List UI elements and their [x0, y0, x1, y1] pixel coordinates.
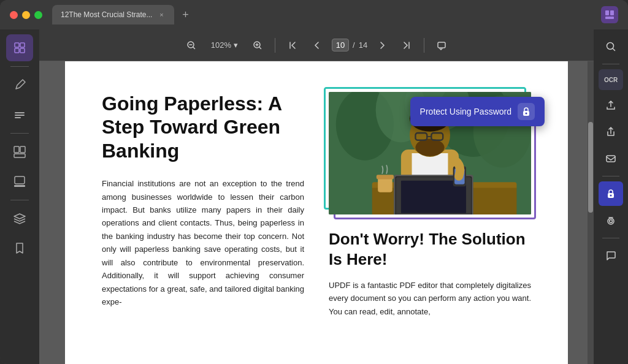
zoom-value: 102% — [211, 40, 231, 50]
ocr-label: OCR — [604, 77, 618, 83]
sidebar-item-pages[interactable] — [6, 34, 33, 61]
svg-rect-12 — [14, 154, 25, 157]
svg-rect-44 — [607, 156, 615, 162]
tab-bar: 12The Most Crucial Strate... × + — [52, 5, 618, 25]
next-page-button[interactable] — [372, 36, 392, 55]
protect-tooltip[interactable]: Protect Using Password — [410, 97, 545, 126]
sidebar-right: OCR — [594, 29, 628, 364]
share-button[interactable] — [599, 119, 623, 144]
zoom-out-button[interactable] — [182, 36, 201, 55]
pdf-body-left: Financial institutions are not an except… — [102, 177, 304, 308]
first-page-button[interactable] — [283, 36, 302, 55]
app-icon — [601, 6, 618, 23]
zoom-display[interactable]: 102% ▾ — [206, 38, 243, 52]
pdf-right-column: Don't Worry! The Solution Is Here! UPDF … — [329, 92, 531, 333]
svg-rect-11 — [20, 146, 25, 153]
sidebar-item-stamp[interactable] — [6, 168, 33, 195]
protect-button[interactable] — [599, 181, 623, 206]
page-separator: / — [353, 40, 355, 50]
svg-rect-6 — [20, 48, 25, 53]
close-button[interactable] — [10, 11, 18, 19]
svg-rect-40 — [377, 175, 394, 179]
sidebar-item-annotate[interactable] — [6, 72, 33, 99]
svg-rect-1 — [610, 10, 614, 15]
svg-rect-4 — [20, 43, 25, 47]
comment-view-button[interactable] — [432, 36, 451, 55]
content-area: 102% ▾ — [39, 29, 594, 364]
scrollbar-track — [588, 61, 594, 364]
protect-tooltip-icon — [518, 103, 535, 120]
sidebar-item-edit[interactable] — [6, 101, 33, 128]
svg-point-47 — [608, 218, 614, 224]
search-button[interactable] — [599, 34, 623, 59]
scrollbar-thumb[interactable] — [588, 122, 593, 213]
protect-tooltip-label: Protect Using Password — [420, 107, 511, 116]
zoom-in-button[interactable] — [248, 36, 267, 55]
sidebar-divider-2 — [10, 133, 29, 134]
tab-close-button[interactable]: × — [157, 10, 166, 19]
sidebar-divider-1 — [10, 66, 29, 67]
snapshot-button[interactable] — [599, 208, 623, 233]
page-input[interactable] — [332, 39, 349, 51]
last-page-button[interactable] — [397, 36, 416, 55]
toolbar-sep-1 — [275, 38, 275, 53]
minimize-button[interactable] — [22, 11, 30, 19]
active-tab[interactable]: 12The Most Crucial Strate... × — [52, 5, 174, 25]
maximize-button[interactable] — [34, 11, 42, 19]
svg-rect-8 — [15, 115, 25, 116]
svg-rect-0 — [605, 10, 609, 15]
total-pages: 14 — [359, 40, 367, 50]
svg-rect-13 — [15, 176, 25, 184]
svg-rect-9 — [15, 117, 21, 118]
svg-rect-14 — [14, 185, 25, 187]
svg-point-43 — [607, 43, 614, 50]
ocr-button[interactable]: OCR — [599, 69, 623, 90]
right-sidebar-sep-1 — [602, 64, 619, 64]
svg-point-46 — [610, 195, 612, 197]
zoom-dropdown-icon: ▾ — [234, 40, 238, 50]
svg-point-29 — [415, 138, 444, 156]
new-tab-button[interactable]: + — [177, 6, 194, 23]
chat-button[interactable] — [599, 243, 623, 268]
svg-point-42 — [526, 113, 527, 115]
svg-rect-17 — [438, 42, 445, 48]
tab-label: 12The Most Crucial Strate... — [61, 10, 152, 19]
app-window: 12The Most Crucial Strate... × + — [0, 0, 628, 364]
pdf-subtitle: Don't Worry! The Solution Is Here! — [329, 229, 531, 269]
main-layout: 102% ▾ — [0, 29, 628, 364]
sidebar-item-layers[interactable] — [6, 205, 33, 232]
pdf-columns: Going Paperless: A Step Toward Green Ban… — [102, 92, 531, 333]
svg-rect-10 — [14, 146, 19, 153]
svg-rect-2 — [605, 17, 614, 19]
toolbar-sep-2 — [424, 38, 424, 53]
page-display: / 14 — [332, 39, 367, 51]
titlebar: 12The Most Crucial Strate... × + — [0, 0, 628, 29]
prev-page-button[interactable] — [307, 36, 327, 55]
sidebar-left — [0, 29, 39, 364]
svg-rect-7 — [15, 112, 25, 113]
sidebar-item-bookmark[interactable] — [6, 235, 33, 262]
toolbar: 102% ▾ — [39, 29, 594, 61]
right-sidebar-sep-3 — [602, 238, 619, 238]
svg-rect-3 — [15, 43, 19, 47]
traffic-lights — [10, 11, 42, 19]
export-button[interactable] — [599, 93, 623, 117]
svg-rect-5 — [15, 48, 19, 53]
mail-button[interactable] — [599, 146, 623, 171]
pdf-main-title: Going Paperless: A Step Toward Green Ban… — [102, 92, 304, 162]
right-sidebar-sep-2 — [602, 176, 619, 176]
sidebar-item-organize[interactable] — [6, 138, 33, 165]
pdf-left-column: Going Paperless: A Step Toward Green Ban… — [102, 92, 304, 333]
pdf-body-right: UPDF is a fantastic PDF editor that comp… — [329, 279, 531, 318]
pdf-viewer: Going Paperless: A Step Toward Green Ban… — [39, 61, 594, 364]
svg-point-48 — [610, 220, 613, 223]
sidebar-divider-3 — [10, 200, 29, 200]
